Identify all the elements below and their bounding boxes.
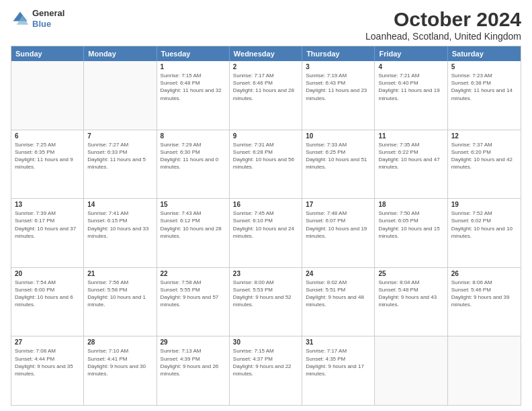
page: General Blue October 2024 Loanhead, Scot… <box>0 0 532 411</box>
cell-info: Sunrise: 7:33 AMSunset: 6:25 PMDaylight:… <box>306 141 371 171</box>
cell-info: Sunrise: 7:45 AMSunset: 6:10 PMDaylight:… <box>233 210 298 240</box>
cell-info: Sunrise: 7:25 AMSunset: 6:35 PMDaylight:… <box>15 141 80 171</box>
header: General Blue October 2024 Loanhead, Scot… <box>11 8 521 42</box>
cell-info: Sunrise: 7:50 AMSunset: 6:05 PMDaylight:… <box>378 210 443 240</box>
cell-info: Sunrise: 8:00 AMSunset: 5:53 PMDaylight:… <box>233 279 298 309</box>
calendar-row: 20Sunrise: 7:54 AMSunset: 6:00 PMDayligh… <box>11 268 521 337</box>
cell-info: Sunrise: 7:31 AMSunset: 6:28 PMDaylight:… <box>233 141 298 171</box>
calendar-header-cell: Wednesday <box>230 46 302 61</box>
cell-date: 28 <box>87 338 152 346</box>
cell-info: Sunrise: 7:35 AMSunset: 6:22 PMDaylight:… <box>378 141 443 171</box>
calendar-cell: 14Sunrise: 7:41 AMSunset: 6:15 PMDayligh… <box>84 199 157 267</box>
calendar-cell: 8Sunrise: 7:29 AMSunset: 6:30 PMDaylight… <box>157 130 230 199</box>
calendar-cell: 30Sunrise: 7:15 AMSunset: 4:37 PMDayligh… <box>230 336 302 405</box>
cell-info: Sunrise: 7:29 AMSunset: 6:30 PMDaylight:… <box>161 141 226 171</box>
calendar-row: 13Sunrise: 7:39 AMSunset: 6:17 PMDayligh… <box>11 199 521 268</box>
calendar-row: 27Sunrise: 7:08 AMSunset: 4:44 PMDayligh… <box>11 336 521 405</box>
calendar-cell: 5Sunrise: 7:23 AMSunset: 6:38 PMDaylight… <box>448 61 521 130</box>
calendar-header-cell: Sunday <box>11 46 84 61</box>
cell-date: 12 <box>451 132 517 140</box>
cell-info: Sunrise: 7:19 AMSunset: 6:43 PMDaylight:… <box>306 72 371 102</box>
logo-text: General Blue <box>32 8 64 29</box>
cell-date: 6 <box>15 132 80 140</box>
cell-date: 15 <box>161 201 226 208</box>
cell-date: 2 <box>233 63 298 71</box>
calendar-cell: 24Sunrise: 8:02 AMSunset: 5:51 PMDayligh… <box>302 268 375 336</box>
cell-date: 4 <box>378 63 443 71</box>
cell-info: Sunrise: 7:17 AMSunset: 6:46 PMDaylight:… <box>233 72 298 102</box>
calendar-cell: 20Sunrise: 7:54 AMSunset: 6:00 PMDayligh… <box>11 268 84 336</box>
logo-icon <box>11 9 30 28</box>
cell-date: 29 <box>161 338 226 346</box>
calendar-cell: 1Sunrise: 7:15 AMSunset: 6:48 PMDaylight… <box>157 61 230 130</box>
cell-date: 14 <box>87 201 152 208</box>
logo-line1: General <box>32 8 64 19</box>
cell-info: Sunrise: 7:08 AMSunset: 4:44 PMDaylight:… <box>15 347 80 377</box>
cell-date: 1 <box>161 63 226 71</box>
calendar-cell: 31Sunrise: 7:17 AMSunset: 4:35 PMDayligh… <box>302 336 375 405</box>
calendar-body: 1Sunrise: 7:15 AMSunset: 6:48 PMDaylight… <box>11 61 521 405</box>
title-block: October 2024 Loanhead, Scotland, United … <box>365 8 521 42</box>
cell-info: Sunrise: 8:06 AMSunset: 5:46 PMDaylight:… <box>451 279 517 309</box>
cell-date: 16 <box>233 201 298 208</box>
cell-date: 27 <box>15 338 80 346</box>
calendar-cell <box>448 336 521 405</box>
calendar-cell: 3Sunrise: 7:19 AMSunset: 6:43 PMDaylight… <box>302 61 375 130</box>
calendar-cell: 12Sunrise: 7:37 AMSunset: 6:20 PMDayligh… <box>448 130 521 199</box>
cell-date: 13 <box>15 201 80 208</box>
cell-date: 5 <box>451 63 517 71</box>
calendar-row: 6Sunrise: 7:25 AMSunset: 6:35 PMDaylight… <box>11 130 521 199</box>
cell-info: Sunrise: 7:15 AMSunset: 4:37 PMDaylight:… <box>233 347 298 377</box>
calendar-cell: 18Sunrise: 7:50 AMSunset: 6:05 PMDayligh… <box>375 199 447 267</box>
calendar-cell: 26Sunrise: 8:06 AMSunset: 5:46 PMDayligh… <box>448 268 521 336</box>
calendar-cell: 10Sunrise: 7:33 AMSunset: 6:25 PMDayligh… <box>302 130 375 199</box>
calendar-cell: 7Sunrise: 7:27 AMSunset: 6:33 PMDaylight… <box>84 130 157 199</box>
calendar-cell: 22Sunrise: 7:58 AMSunset: 5:55 PMDayligh… <box>157 268 230 336</box>
calendar-cell <box>11 61 84 130</box>
cell-info: Sunrise: 7:21 AMSunset: 6:40 PMDaylight:… <box>378 72 443 102</box>
cell-info: Sunrise: 7:54 AMSunset: 6:00 PMDaylight:… <box>15 279 80 309</box>
cell-date: 22 <box>161 270 226 277</box>
calendar-header-cell: Friday <box>375 46 447 61</box>
calendar-cell: 29Sunrise: 7:13 AMSunset: 4:39 PMDayligh… <box>157 336 230 405</box>
page-title: October 2024 <box>365 8 521 31</box>
calendar-cell: 13Sunrise: 7:39 AMSunset: 6:17 PMDayligh… <box>11 199 84 267</box>
cell-date: 30 <box>233 338 298 346</box>
calendar-header-cell: Tuesday <box>157 46 230 61</box>
cell-date: 10 <box>306 132 371 140</box>
cell-date: 9 <box>233 132 298 140</box>
calendar-cell: 17Sunrise: 7:48 AMSunset: 6:07 PMDayligh… <box>302 199 375 267</box>
page-subtitle: Loanhead, Scotland, United Kingdom <box>365 31 521 42</box>
cell-info: Sunrise: 7:10 AMSunset: 4:41 PMDaylight:… <box>87 347 152 377</box>
calendar-row: 1Sunrise: 7:15 AMSunset: 6:48 PMDaylight… <box>11 61 521 130</box>
calendar-cell: 9Sunrise: 7:31 AMSunset: 6:28 PMDaylight… <box>230 130 302 199</box>
cell-info: Sunrise: 7:56 AMSunset: 5:58 PMDaylight:… <box>87 279 152 309</box>
calendar-cell: 19Sunrise: 7:52 AMSunset: 6:02 PMDayligh… <box>448 199 521 267</box>
cell-date: 24 <box>306 270 371 277</box>
cell-date: 19 <box>451 201 517 208</box>
cell-date: 7 <box>87 132 152 140</box>
calendar-cell: 28Sunrise: 7:10 AMSunset: 4:41 PMDayligh… <box>84 336 157 405</box>
cell-date: 3 <box>306 63 371 71</box>
calendar-header-cell: Thursday <box>302 46 375 61</box>
calendar-header: SundayMondayTuesdayWednesdayThursdayFrid… <box>11 46 521 61</box>
cell-info: Sunrise: 7:43 AMSunset: 6:12 PMDaylight:… <box>161 210 226 240</box>
cell-date: 21 <box>87 270 152 277</box>
calendar: SundayMondayTuesdayWednesdayThursdayFrid… <box>11 46 521 406</box>
cell-date: 31 <box>306 338 371 346</box>
cell-date: 26 <box>451 270 517 277</box>
cell-info: Sunrise: 7:23 AMSunset: 6:38 PMDaylight:… <box>451 72 517 102</box>
cell-info: Sunrise: 7:58 AMSunset: 5:55 PMDaylight:… <box>161 279 226 309</box>
cell-date: 18 <box>378 201 443 208</box>
calendar-cell <box>375 336 447 405</box>
cell-info: Sunrise: 7:52 AMSunset: 6:02 PMDaylight:… <box>451 210 517 240</box>
calendar-header-cell: Monday <box>84 46 157 61</box>
cell-info: Sunrise: 7:17 AMSunset: 4:35 PMDaylight:… <box>306 347 371 377</box>
cell-info: Sunrise: 8:04 AMSunset: 5:48 PMDaylight:… <box>378 279 443 309</box>
cell-info: Sunrise: 7:13 AMSunset: 4:39 PMDaylight:… <box>161 347 226 377</box>
calendar-cell: 6Sunrise: 7:25 AMSunset: 6:35 PMDaylight… <box>11 130 84 199</box>
calendar-cell: 23Sunrise: 8:00 AMSunset: 5:53 PMDayligh… <box>230 268 302 336</box>
calendar-cell: 4Sunrise: 7:21 AMSunset: 6:40 PMDaylight… <box>375 61 447 130</box>
calendar-cell: 2Sunrise: 7:17 AMSunset: 6:46 PMDaylight… <box>230 61 302 130</box>
calendar-cell: 11Sunrise: 7:35 AMSunset: 6:22 PMDayligh… <box>375 130 447 199</box>
